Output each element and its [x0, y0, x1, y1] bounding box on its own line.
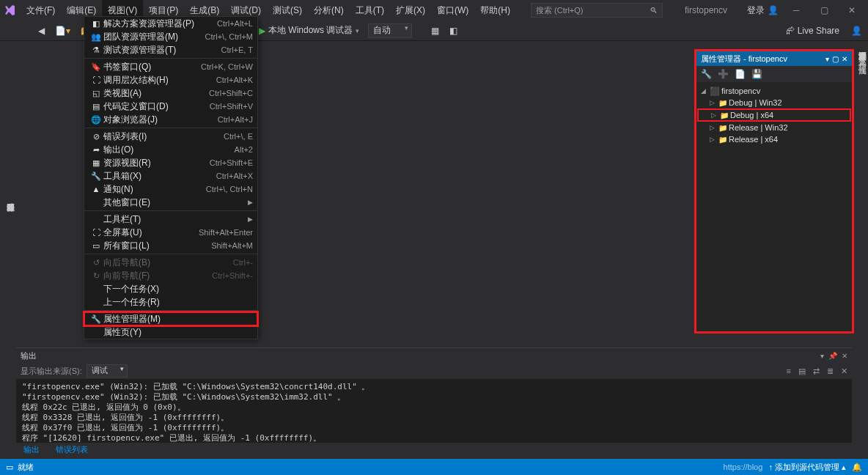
config-dropdown[interactable]: 自动 — [368, 23, 412, 38]
dropdown-icon[interactable]: ▾ — [825, 55, 829, 63]
tool-icon[interactable]: ⇄ — [813, 367, 820, 376]
menu-analyze[interactable]: 分析(N) — [308, 0, 350, 21]
menu-icon: ◧ — [89, 19, 103, 29]
menu-icon: ⊘ — [89, 132, 103, 141]
menu-icon: ▦ — [89, 158, 103, 168]
save-icon[interactable]: 💾 — [751, 69, 762, 79]
menu-extensions[interactable]: 扩展(X) — [390, 0, 431, 21]
menu-window[interactable]: 窗口(W) — [431, 0, 474, 21]
menu-item[interactable]: 👥团队资源管理器(M)Ctrl+\, Ctrl+M — [84, 30, 257, 43]
menu-icon: ▭ — [89, 241, 103, 251]
menu-icon: 🔧 — [89, 314, 103, 324]
person-icon: 👤 — [768, 5, 779, 15]
search-icon: 🔍︎ — [650, 6, 658, 15]
search-input[interactable]: 搜索 (Ctrl+Q) 🔍︎ — [531, 3, 663, 18]
menu-item: ↻向前导航(F)Ctrl+Shift+- — [84, 269, 257, 282]
menu-item[interactable]: 其他窗口(E)▶ — [84, 196, 257, 209]
menu-item[interactable]: 🔧工具箱(X)Ctrl+Alt+X — [84, 169, 257, 183]
close-button[interactable]: ✕ — [842, 0, 862, 21]
tree-config-item[interactable]: ▷📁 Debug | Win32 — [696, 97, 852, 108]
start-debug-button[interactable]: ▶ 本地 Windows 调试器 ▾ — [254, 24, 364, 37]
menu-icon: ▤ — [89, 102, 103, 111]
menu-icon: ↺ — [89, 258, 103, 268]
menu-icon: 👥 — [89, 32, 103, 42]
source-control-button[interactable]: ↑ 添加到源代码管理 ▴ — [768, 462, 846, 473]
tool-icon[interactable]: ✕ — [841, 367, 847, 376]
wrench-icon[interactable]: 🔧 — [701, 69, 712, 79]
menu-item: ↺向后导航(B)Ctrl+- — [84, 256, 257, 269]
pin-icon[interactable]: ▢ — [832, 55, 839, 63]
live-share-button[interactable]: ⮳ Live Share 👤 — [786, 26, 868, 36]
back-button[interactable]: ◀ — [35, 23, 48, 39]
bell-icon[interactable]: 🔔 — [852, 463, 862, 472]
panel-title-bar[interactable]: 属性管理器 - firstopencv ▾ ▢ ✕ — [696, 51, 852, 66]
tab-errorlist[interactable]: 错误列表 — [48, 443, 95, 457]
tree-config-item[interactable]: ▷📁 Release | Win32 — [696, 122, 852, 133]
minimize-button[interactable]: ─ — [786, 0, 806, 21]
tree-config-item[interactable]: ▷📁 Debug | x64 — [698, 109, 850, 121]
sheet-icon[interactable]: 📄 — [735, 69, 746, 79]
tool-icon-b[interactable]: ◧ — [446, 23, 460, 39]
menu-tools[interactable]: 工具(T) — [350, 0, 390, 21]
tree-config-item[interactable]: ▷📁 Release | x64 — [696, 133, 852, 145]
menu-item[interactable]: 🔧属性管理器(M) — [84, 312, 257, 325]
tool-icon[interactable]: ≣ — [827, 367, 834, 376]
menu-item[interactable]: ▤代码定义窗口(D)Ctrl+Shift+V — [84, 100, 257, 113]
output-text[interactable]: "firstopencv.exe" (Win32): 已加载 "C:\Windo… — [16, 379, 852, 446]
output-source-dropdown[interactable]: 调试 — [87, 364, 128, 378]
menu-item[interactable]: 工具栏(T)▶ — [84, 213, 257, 226]
tool-icon-a[interactable]: ▦ — [428, 23, 442, 39]
menu-item[interactable]: ▦资源视图(R)Ctrl+Shift+E — [84, 156, 257, 169]
share-icon: ⮳ — [786, 26, 795, 36]
menu-item[interactable]: 🔖书签窗口(Q)Ctrl+K, Ctrl+W — [84, 60, 257, 73]
status-bar: ▭ 就绪 https://blog ↑ 添加到源代码管理 ▴ 🔔 — [0, 459, 868, 475]
menu-item[interactable]: ⛶全屏幕(U)Shift+Alt+Enter — [84, 226, 257, 239]
menu-item[interactable]: ➦输出(O)Alt+2 — [84, 143, 257, 156]
menu-item[interactable]: 🌐对象浏览器(J)Ctrl+Alt+J — [84, 113, 257, 126]
panel-toolbar: 🔧 ➕ 📄 💾 — [696, 66, 852, 82]
menu-icon: ◱ — [89, 89, 103, 98]
status-ready: ▭ 就绪 — [6, 462, 34, 473]
menu-icon: ▲ — [89, 185, 103, 194]
maximize-button[interactable]: ▢ — [814, 0, 834, 21]
login-button[interactable]: 登录 👤 — [747, 4, 779, 17]
view-dropdown-menu: ◧解决方案资源管理器(P)Ctrl+Alt+L👥团队资源管理器(M)Ctrl+\… — [84, 16, 258, 339]
add-icon[interactable]: ➕ — [718, 69, 729, 79]
output-panel: 输出 ▾ 📌 ✕ 显示输出来源(S): 调试 ≡ ▤ ⇄ ≣ ✕ "firsto… — [16, 347, 852, 443]
person-icon: 👤 — [851, 26, 862, 36]
menu-item[interactable]: 下一个任务(X) — [84, 282, 257, 295]
menu-item[interactable]: ◧解决方案资源管理器(P)Ctrl+Alt+L — [84, 17, 257, 30]
menu-help[interactable]: 帮助(H) — [474, 0, 516, 21]
property-tree: ◢⬛ firstopencv▷📁 Debug | Win32▷📁 Debug |… — [696, 82, 852, 148]
vs-logo-icon — [0, 0, 21, 21]
status-icon: ▭ — [6, 463, 13, 472]
menu-item[interactable]: ⚗测试资源管理器(T)Ctrl+E, T — [84, 43, 257, 56]
close-icon[interactable]: ✕ — [842, 55, 847, 63]
dropdown-icon[interactable]: ▾ — [820, 352, 824, 360]
pin-icon[interactable]: 📌 — [828, 352, 837, 360]
menu-item[interactable]: ▭所有窗口(L)Shift+Alt+M — [84, 239, 257, 252]
play-icon: ▶ — [259, 26, 265, 36]
menu-icon: 🌐 — [89, 115, 103, 125]
menu-item[interactable]: ⊘错误列表(I)Ctrl+\, E — [84, 130, 257, 143]
tree-root[interactable]: ◢⬛ firstopencv — [696, 85, 852, 97]
menu-item[interactable]: ⛶调用层次结构(H)Ctrl+Alt+K — [84, 73, 257, 86]
tab-output[interactable]: 输出 — [16, 443, 47, 457]
menu-item[interactable]: ◱类视图(A)Ctrl+Shift+C — [84, 86, 257, 100]
close-icon[interactable]: ✕ — [842, 352, 847, 360]
menu-item[interactable]: 属性页(Y) — [84, 325, 257, 339]
right-rail: 解决方案资源管理器 工具箱 属性 — [852, 41, 868, 349]
menu-icon: ⛶ — [89, 76, 103, 84]
output-toolbar: 显示输出来源(S): 调试 ≡ ▤ ⇄ ≣ ✕ — [16, 363, 852, 379]
menu-item[interactable]: 上一个任务(R) — [84, 295, 257, 309]
bottom-tab-bar: 输出 错误列表 — [16, 443, 95, 457]
menu-item[interactable]: ▲通知(N)Ctrl+\, Ctrl+N — [84, 183, 257, 196]
menu-test[interactable]: 测试(S) — [267, 0, 308, 21]
tool-icon[interactable]: ≡ — [787, 367, 791, 376]
search-placeholder: 搜索 (Ctrl+Q) — [536, 5, 583, 16]
project-name-label: firstopencv — [677, 5, 735, 15]
new-button[interactable]: 📄▾ — [52, 23, 73, 39]
left-rail-tab[interactable]: 服务器资源管理器 — [0, 41, 16, 349]
menu-file[interactable]: 文件(F) — [21, 0, 61, 21]
tool-icon[interactable]: ▤ — [798, 367, 806, 376]
